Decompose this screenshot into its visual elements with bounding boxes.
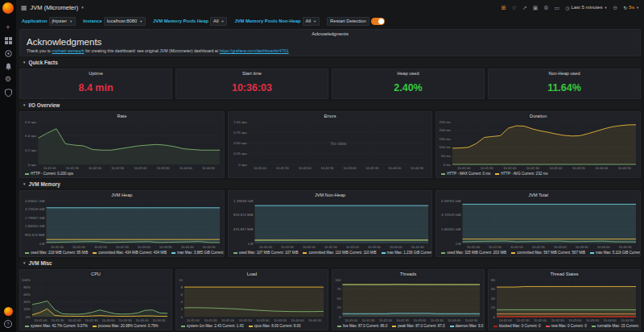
time-range-picker[interactable]: ◷ Last 5 minutes ▼ <box>565 5 607 10</box>
panel-title[interactable]: Start time <box>176 69 328 77</box>
jvm-nonheap-chart[interactable]: 10:41:0010:41:3010:42:0010:42:3010:43:00… <box>229 198 432 250</box>
legend-item[interactable]: daemon Max: 9.0 Current: 8.0 <box>450 324 484 328</box>
legend-item[interactable]: max Max: 1.236 GiB Current: 1.236 GiB <box>382 251 432 255</box>
tv-mode-icon[interactable]: ▭ <box>555 5 560 10</box>
legend-item[interactable]: used Max: 325 MiB Current: 203 MiB <box>441 251 506 255</box>
explore-compass-icon[interactable] <box>4 49 13 58</box>
filter-instance-value[interactable]: localhost:8080▼ <box>104 17 146 26</box>
legend-item[interactable]: cpus Max: 8.00 Current: 8.00 <box>249 324 301 328</box>
legend-swatch-icon <box>511 252 515 254</box>
svg-text:0 ops: 0 ops <box>28 163 38 167</box>
row-header-quick-facts[interactable]: ▼ Quick Facts <box>19 58 641 67</box>
dashboard-source-link[interactable]: https://grafana.com/dashboards/4701 <box>220 48 289 53</box>
thread-states-chart[interactable]: 10:41:0010:41:3010:42:0010:42:3010:43:00… <box>489 277 640 323</box>
legend-item[interactable]: committed Max: 567 MiB Current: 567 MiB <box>511 251 585 255</box>
star-icon[interactable]: ☆ <box>512 5 517 10</box>
alerting-bell-icon[interactable] <box>4 62 13 71</box>
filter-pools-heap: JVM Memory Pools Heap All▼ <box>153 17 227 26</box>
user-avatar[interactable] <box>4 307 13 316</box>
dashboard-settings-gear-icon[interactable]: ⚙ <box>543 5 548 10</box>
title-caret-icon[interactable]: ▾ <box>81 5 84 10</box>
panel-title[interactable]: Load <box>176 270 328 277</box>
legend-item[interactable]: runnable Max: 15 Current: 15 <box>592 324 640 328</box>
svg-text:1.39698 GiB: 1.39698 GiB <box>233 199 253 203</box>
panel-title[interactable]: Duration <box>436 112 640 119</box>
create-plus-icon[interactable]: + <box>4 23 13 32</box>
add-panel-icon[interactable]: ⊞ <box>502 5 506 10</box>
filter-pools-nonheap-value[interactable]: All▼ <box>303 17 320 26</box>
legend-item[interactable]: used Max: 218 MiB Current: 95 MiB <box>25 251 88 255</box>
panel-title[interactable]: Acknowledgments <box>20 30 640 37</box>
panel-title[interactable]: Errors <box>229 112 432 119</box>
jvm-total-chart[interactable]: 10:41:0010:41:3010:42:0010:42:3010:43:00… <box>436 198 640 250</box>
legend-item[interactable]: new Max: 0 Current: 0 <box>546 324 587 328</box>
panel-title[interactable]: JVM Non-Heap <box>229 191 432 198</box>
svg-text:20: 20 <box>491 305 495 309</box>
errors-chart[interactable]: 10:41:0010:41:3010:42:0010:42:3010:43:00… <box>229 119 432 171</box>
dashboards-grid-icon[interactable] <box>4 36 13 45</box>
panel-title[interactable]: JVM Heap <box>20 191 224 198</box>
row-header-jvm-memory[interactable]: ▼ JVM Memory <box>19 180 641 189</box>
panel-title[interactable]: JVM Total <box>436 191 640 198</box>
filter-application-value[interactable]: jhipster▼ <box>49 17 76 26</box>
legend-item[interactable]: process Max: 20.98% Current: 0.79% <box>93 324 159 328</box>
filter-pools-nonheap-label: JVM Memory Pools Non-Heap <box>234 19 300 23</box>
svg-text:0 ms: 0 ms <box>444 163 452 167</box>
svg-text:10:44:30: 10:44:30 <box>411 245 424 249</box>
svg-text:10:44:00: 10:44:00 <box>181 245 195 249</box>
svg-text:10:41:00: 10:41:00 <box>499 318 513 322</box>
panel-nonheap-used: Non-Heap used 11.64% <box>488 68 641 99</box>
legend-item[interactable]: blocked Max: 0 Current: 0 <box>493 324 541 328</box>
panel-title[interactable]: Heap used <box>332 69 484 77</box>
legend-item[interactable]: system Max: 42.7% Current: 9.07% <box>25 324 88 328</box>
panel-title[interactable]: Thread States <box>489 270 640 277</box>
panel-title[interactable]: Threads <box>332 270 484 277</box>
server-admin-shield-icon[interactable] <box>4 88 13 97</box>
dashboard-title[interactable]: JVM (Micrometer) <box>31 4 79 11</box>
save-dashboard-icon[interactable]: ▣ <box>533 5 539 10</box>
svg-text:4.65661 GiB: 4.65661 GiB <box>25 199 44 203</box>
configuration-gear-icon[interactable]: ⚙ <box>4 75 13 84</box>
legend-swatch-icon <box>25 326 29 327</box>
author-link[interactable]: michael weirauch <box>52 48 84 53</box>
svg-text:25: 25 <box>337 305 341 309</box>
svg-text:10:43:30: 10:43:30 <box>365 166 379 170</box>
help-icon[interactable]: ? <box>4 320 12 328</box>
svg-text:10: 10 <box>179 278 183 282</box>
legend-item[interactable]: HTTP - AVG Current: 232 ms <box>495 172 547 176</box>
filter-pools-heap-value[interactable]: All▼ <box>210 17 227 26</box>
legend-item[interactable]: committed Max: 434 MiB Current: 434 MiB <box>93 251 167 255</box>
panel-title[interactable]: CPU <box>20 270 171 277</box>
zoom-out-icon[interactable]: ⊖ <box>613 5 617 10</box>
threads-chart[interactable]: 10:41:0010:41:3010:42:0010:42:3010:43:00… <box>332 277 484 323</box>
svg-text:1.00 ops: 1.00 ops <box>233 120 248 124</box>
legend-item[interactable]: HTTP - MAX Current: 0 ms <box>441 172 490 176</box>
legend-item[interactable]: peak Max: 87.0 Current: 87.0 <box>392 324 444 328</box>
panel-title[interactable]: Uptime <box>20 69 171 77</box>
jvm-heap-chart[interactable]: 10:41:0010:41:3010:42:0010:42:3010:43:00… <box>20 198 224 250</box>
grafana-logo-icon[interactable] <box>2 2 14 14</box>
legend-swatch-icon <box>93 252 97 254</box>
legend-item[interactable]: committed Max: 110 MiB Current: 110 MiB <box>303 251 376 255</box>
panel-title[interactable]: Rate <box>20 112 224 119</box>
share-icon[interactable]: ↗ <box>522 5 527 10</box>
rate-chart[interactable]: 10:41:0010:41:3010:42:0010:42:3010:43:00… <box>20 119 224 171</box>
duration-chart[interactable]: 10:41:0010:41:3010:42:0010:42:3010:43:00… <box>436 119 640 171</box>
svg-text:0.2 ops: 0.2 ops <box>25 148 37 152</box>
legend-item[interactable]: HTTP - Current: 0.200 ops <box>25 172 73 176</box>
panel-title[interactable]: Non-Heap used <box>489 69 640 77</box>
svg-text:953.674 MiB: 953.674 MiB <box>25 233 45 237</box>
legend-item[interactable]: live Max: 87.0 Current: 86.0 <box>337 324 387 328</box>
svg-text:10:43:00: 10:43:00 <box>413 318 427 322</box>
row-header-jvm-misc[interactable]: ▼ JVM Misc <box>19 259 641 268</box>
restart-detection-toggle[interactable] <box>371 18 385 25</box>
refresh-button[interactable]: ↻ 5s ▼ <box>623 5 639 10</box>
load-chart[interactable]: 10:41:0010:41:3010:42:0010:42:3010:43:00… <box>176 277 328 323</box>
legend-item[interactable]: max Max: 5.119 GiB Current: 5.119 GiB <box>590 251 640 255</box>
row-header-io-overview[interactable]: ▼ I/O Overview <box>19 101 641 110</box>
legend-item[interactable]: max Max: 3.885 GiB Current: 3.885 GiB <box>171 251 224 255</box>
legend-swatch-icon <box>303 252 307 254</box>
legend-item[interactable]: system-1m Max: 2.43 Current: 1.43 <box>181 324 244 328</box>
cpu-chart[interactable]: 10:41:0010:41:3010:42:0010:42:3010:43:00… <box>20 277 171 323</box>
legend-item[interactable]: used Max: 107 MiB Current: 107 MiB <box>233 251 299 255</box>
